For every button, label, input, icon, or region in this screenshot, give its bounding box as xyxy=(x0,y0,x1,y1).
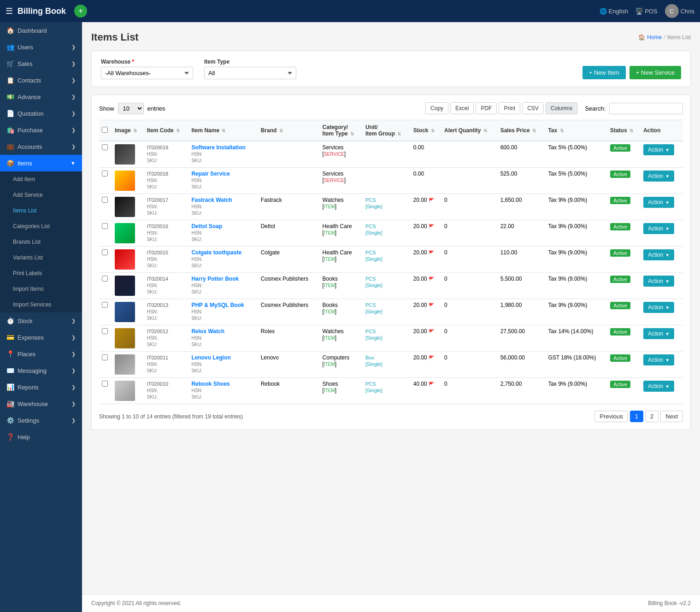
items-icon: 📦 xyxy=(6,159,14,167)
excel-button[interactable]: Excel xyxy=(450,102,474,114)
quick-add-button[interactable]: + xyxy=(74,5,87,18)
th-status: Status ⇅ xyxy=(607,120,641,141)
next-page-button[interactable]: Next xyxy=(660,411,683,422)
sidebar-item-import-services[interactable]: Import Services xyxy=(0,297,82,312)
pos-button[interactable]: 🖥️ POS xyxy=(635,8,657,15)
sidebar-item-places[interactable]: 📍 Places ❯ xyxy=(0,346,82,362)
dropdown-arrow-icon: ▼ xyxy=(665,253,670,258)
sidebar-item-help[interactable]: ❓ Help xyxy=(0,429,82,445)
sidebar-item-add-service[interactable]: Add Service xyxy=(0,187,82,203)
sidebar-item-users[interactable]: 👥 Users ❯ xyxy=(0,39,82,55)
item-name-link[interactable]: Rebook Shoes xyxy=(191,381,229,387)
item-hsn: HSN: xyxy=(147,283,158,288)
sidebar-item-settings[interactable]: ⚙️ Settings ❯ xyxy=(0,412,82,429)
action-button[interactable]: Action ▼ xyxy=(643,276,674,287)
action-button[interactable]: Action ▼ xyxy=(643,381,674,392)
row-tax-cell: Tax 5% (5.00%) xyxy=(545,141,607,168)
row-checkbox[interactable] xyxy=(102,354,108,360)
new-service-button[interactable]: + New Service xyxy=(629,66,681,79)
user-menu[interactable]: C Chris xyxy=(665,4,694,18)
action-button[interactable]: Action ▼ xyxy=(643,223,674,234)
item-type-filter-group: Item Type All Item Service xyxy=(204,59,296,79)
item-code: IT020018 xyxy=(147,171,168,177)
row-stock-cell: 20.00 🚩 xyxy=(411,247,441,273)
row-category-cell: Computers [ITEM] xyxy=(320,352,363,378)
print-button[interactable]: Print xyxy=(499,102,520,114)
row-checkbox[interactable] xyxy=(102,328,108,334)
action-button[interactable]: Action ▼ xyxy=(643,197,674,208)
sidebar-item-items[interactable]: 📦 Items ▼ xyxy=(0,155,82,171)
action-button[interactable]: Action ▼ xyxy=(643,328,674,339)
item-sku: SKU: xyxy=(147,289,158,294)
item-name-link[interactable]: Lenovo Legion xyxy=(191,354,230,361)
sidebar-item-contacts[interactable]: 📋 Contacts ❯ xyxy=(0,72,82,88)
sidebar-item-sales[interactable]: 🛒 Sales ❯ xyxy=(0,55,82,72)
columns-button[interactable]: Columns xyxy=(546,102,577,114)
page-1-button[interactable]: 1 xyxy=(630,411,643,422)
action-button[interactable]: Action ▼ xyxy=(643,249,674,260)
row-checkbox[interactable] xyxy=(102,276,108,282)
sidebar-item-messaging[interactable]: ✉️ Messaging ❯ xyxy=(0,362,82,379)
search-input[interactable] xyxy=(609,103,683,114)
row-checkbox[interactable] xyxy=(102,381,108,387)
sidebar-item-variants-list[interactable]: Variants List xyxy=(0,250,82,265)
sidebar-item-quotation[interactable]: 📄 Quotation ❯ xyxy=(0,105,82,122)
copy-button[interactable]: Copy xyxy=(425,102,448,114)
row-checkbox-cell xyxy=(99,247,112,273)
hamburger-icon[interactable]: ☰ xyxy=(6,6,13,16)
language-selector[interactable]: 🌐 English xyxy=(600,8,629,15)
entries-select[interactable]: 10 25 50 100 xyxy=(118,103,144,114)
item-name-link[interactable]: Software Installation xyxy=(191,144,245,151)
item-type-select[interactable]: All Item Service xyxy=(204,67,296,79)
row-status-cell: Active xyxy=(607,352,641,378)
brand-value: Colgate xyxy=(261,249,280,256)
item-name-link[interactable]: PHP & MySQL Book xyxy=(191,302,244,308)
sidebar-item-categories-list[interactable]: Categories List xyxy=(0,218,82,234)
row-checkbox[interactable] xyxy=(102,223,108,229)
item-name-link[interactable]: Relox Watch xyxy=(191,328,224,335)
item-name-link[interactable]: Colgate toothpaste xyxy=(191,249,241,256)
item-name-link[interactable]: Fastrack Watch xyxy=(191,197,232,203)
contacts-icon: 📋 xyxy=(6,76,14,84)
sidebar-item-brands-list[interactable]: Brands List xyxy=(0,234,82,250)
sidebar-item-items-list[interactable]: Items List xyxy=(0,203,82,218)
row-checkbox-cell xyxy=(99,168,112,194)
row-action-cell: Action ▼ xyxy=(641,299,683,325)
unit-type-badge: [Single] xyxy=(365,204,382,209)
dropdown-arrow-icon: ▼ xyxy=(665,305,670,310)
row-checkbox[interactable] xyxy=(102,197,108,203)
warehouse-select[interactable]: -All Warehouses- xyxy=(101,67,193,79)
action-button[interactable]: Action ▼ xyxy=(643,171,674,182)
item-code: IT020011 xyxy=(147,355,168,360)
sidebar-item-stock[interactable]: ⏱️ Stock ❯ xyxy=(0,312,82,329)
new-item-button[interactable]: + New Item xyxy=(582,66,626,79)
sidebar-item-expenses[interactable]: 💳 Expenses ❯ xyxy=(0,329,82,346)
sidebar-item-import-items[interactable]: Import Items xyxy=(0,281,82,297)
select-all-checkbox[interactable] xyxy=(102,127,108,133)
row-image-cell xyxy=(112,220,144,247)
item-name-link[interactable]: Dettol Soap xyxy=(191,223,222,230)
row-checkbox[interactable] xyxy=(102,171,108,177)
action-button[interactable]: Action ▼ xyxy=(643,144,674,155)
pdf-button[interactable]: PDF xyxy=(476,102,497,114)
sidebar-item-warehouse[interactable]: 🏭 Warehouse ❯ xyxy=(0,395,82,412)
sidebar-item-print-labels[interactable]: Print Labels xyxy=(0,265,82,281)
sidebar-item-dashboard[interactable]: 🏠 Dashboard xyxy=(0,22,82,39)
sidebar-item-advance[interactable]: 💵 Advance ❯ xyxy=(0,88,82,105)
row-checkbox[interactable] xyxy=(102,144,108,150)
item-name-link[interactable]: Harry Potter Book xyxy=(191,276,239,282)
row-checkbox[interactable] xyxy=(102,249,108,255)
page-2-button[interactable]: 2 xyxy=(645,411,659,422)
sidebar-item-purchase[interactable]: 🛍️ Purchase ❯ xyxy=(0,122,82,138)
sidebar-item-add-item[interactable]: Add Item xyxy=(0,171,82,187)
sidebar-item-accounts[interactable]: 💼 Accounts ❯ xyxy=(0,138,82,155)
sidebar-item-reports[interactable]: 📊 Reports ❯ xyxy=(0,379,82,395)
prev-page-button[interactable]: Previous xyxy=(594,411,628,422)
item-name-link[interactable]: Repair Service xyxy=(191,171,229,177)
table-header-row: Image ⇅ Item Code ⇅ Item Name ⇅ Brand ⇅ … xyxy=(99,120,683,141)
breadcrumb-home[interactable]: Home xyxy=(647,34,662,41)
action-button[interactable]: Action ▼ xyxy=(643,354,674,365)
action-button[interactable]: Action ▼ xyxy=(643,302,674,313)
row-checkbox[interactable] xyxy=(102,302,108,308)
csv-button[interactable]: CSV xyxy=(522,102,544,114)
